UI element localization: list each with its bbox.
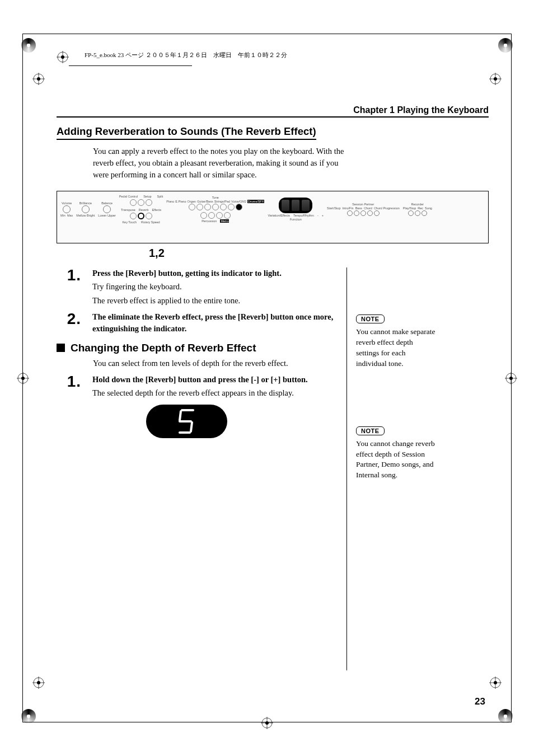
round-button-icon — [347, 210, 353, 216]
control-panel-diagram: VolumeMin Max BrillianceMellow Bright Ba… — [57, 191, 489, 243]
knob-icon — [103, 205, 111, 213]
note-badge: NOTE — [356, 314, 385, 323]
register-mark-icon — [489, 677, 502, 689]
display-icon — [279, 198, 312, 213]
round-button-icon — [236, 204, 242, 210]
side-column: NOTE You cannot make separate reverb eff… — [346, 267, 436, 670]
round-button-icon — [138, 199, 144, 206]
label-brilliance: Brilliance — [79, 201, 92, 205]
label-tempo: Tempo/Rhythm — [293, 214, 314, 217]
register-mark-icon — [32, 73, 45, 85]
header-rule — [69, 65, 192, 66]
display-value-graphic — [146, 405, 227, 438]
chapter-title: Chapter 1 Playing the Keyboard — [57, 105, 489, 115]
knob-icon — [63, 205, 71, 213]
round-button-icon — [360, 210, 366, 216]
step-number: 1. — [57, 267, 81, 283]
round-button-icon — [204, 204, 211, 210]
step-1: 1. Press the [Reverb] button, getting it… — [57, 267, 336, 307]
label-reverb: Reverb — [139, 208, 149, 212]
subsection-title: Changing the Depth of Reverb Effect — [71, 342, 256, 354]
register-mark-icon — [505, 372, 517, 384]
round-button-icon — [216, 212, 223, 219]
label-tone: Tone — [212, 196, 219, 199]
register-mark-icon — [32, 677, 45, 689]
round-button-icon — [196, 204, 203, 210]
label-keytouch: Key Touch — [122, 220, 137, 224]
register-mark-icon — [489, 73, 502, 85]
round-button-icon — [200, 212, 207, 219]
note-badge: NOTE — [356, 426, 385, 435]
label-rotary: Rotary Speed — [141, 220, 160, 224]
round-button-icon — [367, 210, 373, 216]
round-button-icon — [228, 204, 235, 210]
knob-icon — [82, 205, 90, 213]
section-title: Adding Reverberation to Sounds (The Reve… — [57, 125, 316, 140]
label-balance: Balance — [101, 201, 113, 205]
label-effects: Effects — [152, 208, 161, 212]
round-button-icon — [415, 210, 420, 216]
step-2: 2. The eliminate the Reverb effect, pres… — [57, 311, 336, 334]
label-variation: Variation/Effects — [268, 214, 290, 217]
label-volume: Volume — [62, 201, 72, 205]
svg-line-5 — [180, 411, 181, 420]
panel-caption: 1,2 — [149, 247, 489, 260]
book-header: FP-5_e.book 23 ページ ２００５年１月２６日 水曜日 午前１０時２… — [57, 51, 489, 63]
register-mark-icon — [57, 51, 69, 63]
round-button-icon — [408, 210, 414, 216]
label-setup: Setup — [143, 195, 151, 198]
round-button-icon — [220, 204, 227, 210]
label-recorder: Recorder — [411, 203, 424, 206]
round-button-icon — [224, 212, 231, 219]
label-function: Function — [290, 218, 302, 221]
round-button-icon — [146, 199, 152, 206]
round-button-icon — [212, 204, 219, 210]
label-pedal: Pedal Control — [119, 195, 138, 198]
step-heading: Press the [Reverb] button, getting its i… — [92, 267, 336, 279]
label-split: Split — [157, 195, 163, 198]
page-frame: FP-5_e.book 23 ページ ２００５年１月２６日 水曜日 午前１０時２… — [22, 34, 512, 722]
label-transpose: Transpose — [121, 208, 135, 212]
book-header-text: FP-5_e.book 23 ページ ２００５年１月２６日 水曜日 午前１０時２… — [85, 51, 287, 59]
sub-step-1: 1. Hold down the [Reverb] button and pre… — [57, 374, 336, 399]
step-heading: The eliminate the Reverb effect, press t… — [92, 311, 336, 334]
step-number: 1. — [57, 374, 81, 389]
round-button-icon — [421, 210, 427, 216]
register-mark-icon — [261, 717, 273, 729]
note-2: NOTE You cannot change reverb effect dep… — [356, 425, 436, 481]
round-button-icon — [354, 210, 359, 216]
round-button-icon — [374, 210, 380, 216]
round-button-icon — [130, 213, 137, 219]
label-session: Session Partner — [352, 203, 374, 206]
round-button-icon — [146, 213, 152, 219]
step-text: Try fingering the keyboard. — [92, 281, 336, 293]
chapter-rule — [57, 116, 489, 118]
main-column: 1. Press the [Reverb] button, getting it… — [57, 267, 336, 670]
round-button-icon — [189, 204, 195, 210]
register-mark-icon — [17, 372, 29, 384]
step-text: The reverb effect is applied to the enti… — [92, 295, 336, 307]
note-1: NOTE You cannot make separate reverb eff… — [356, 313, 436, 369]
seven-segment-icon — [176, 408, 198, 435]
subsection-heading: Changing the Depth of Reverb Effect — [57, 342, 336, 354]
round-button-icon — [208, 212, 215, 219]
subsection-intro: You can select from ten levels of depth … — [93, 359, 336, 368]
note-text: You cannot make separate reverb effect d… — [356, 327, 436, 369]
square-bullet-icon — [57, 344, 65, 352]
note-text: You cannot change reverb effect depth of… — [356, 439, 436, 481]
round-button-icon — [138, 213, 144, 219]
step-text: The selected depth for the reverb effect… — [92, 387, 336, 399]
page-number: 23 — [475, 696, 485, 707]
section-intro: You can apply a reverb effect to the not… — [93, 145, 345, 181]
step-heading: Hold down the [Reverb] button and press … — [92, 374, 336, 385]
round-button-icon — [130, 199, 137, 206]
svg-line-7 — [191, 422, 192, 431]
step-number: 2. — [57, 311, 81, 327]
